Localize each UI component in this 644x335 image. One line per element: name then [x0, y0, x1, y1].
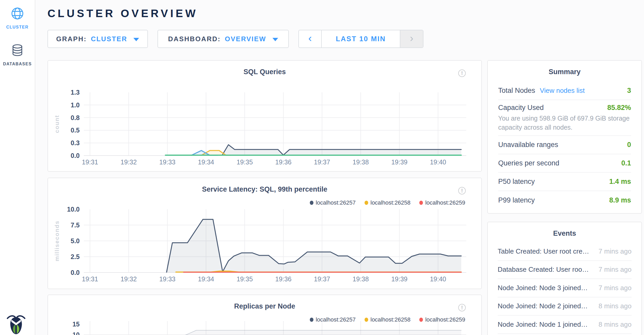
event-text: Table Created: User root cre… — [498, 247, 589, 255]
legend-label: localhost:26258 — [371, 316, 410, 323]
summary-row: Unavailable ranges0 — [498, 136, 631, 154]
time-range-next-button[interactable]: › — [400, 30, 423, 47]
info-icon[interactable]: ! — [458, 187, 466, 194]
sidebar-item-databases[interactable]: DATABASES — [0, 44, 35, 66]
summary-row-label: Unavailable ranges — [498, 141, 558, 149]
legend-label: localhost:26257 — [316, 316, 356, 323]
cockroachdb-logo-icon — [6, 313, 26, 335]
sql-queries-line-chart: 19:3119:3219:3319:3419:3519:3619:3719:38… — [48, 61, 481, 171]
svg-text:10: 10 — [72, 331, 80, 335]
svg-text:19:39: 19:39 — [391, 275, 408, 283]
svg-text:19:37: 19:37 — [314, 275, 330, 283]
summary-row-subtext: You are using 598.9 GiB of 697.9 GiB sto… — [498, 114, 631, 132]
event-text: Node Joined: Node 1 joined… — [498, 320, 588, 329]
database-icon — [11, 44, 24, 58]
event-text: Database Created: User roo… — [498, 266, 589, 274]
dashboard-dropdown[interactable]: DASHBOARD: OVERVIEW — [157, 30, 289, 48]
chart-card-service-latency: 19:3119:3219:3319:3419:3519:3619:3719:38… — [47, 178, 482, 289]
graph-dropdown-value: CLUSTER — [91, 35, 127, 43]
summary-row-label: P50 latency — [498, 178, 535, 186]
summary-row: Total NodesView nodes list3 — [498, 82, 631, 100]
svg-text:0.3: 0.3 — [71, 139, 80, 146]
summary-panel: Summary Total NodesView nodes list3Capac… — [487, 60, 642, 214]
summary-row: Capacity Used85.82%You are using 598.9 G… — [498, 100, 631, 136]
legend-label: localhost:26259 — [425, 199, 465, 206]
svg-text:19:36: 19:36 — [275, 158, 292, 166]
chart-title: Service Latency: SQL, 99th percentile — [48, 185, 481, 193]
summary-row: P99 latency8.9 ms — [498, 191, 631, 210]
event-time: 7 mins ago — [599, 247, 632, 255]
summary-row-value: 0 — [627, 141, 631, 149]
svg-text:19:31: 19:31 — [82, 158, 98, 166]
event-row: Node Joined: Node 1 joined…8 mins ago — [498, 316, 632, 334]
summary-row-value: 3 — [627, 87, 631, 95]
summary-row-value: 8.9 ms — [609, 196, 631, 204]
summary-row: Queries per second0.1 — [498, 154, 631, 173]
svg-text:19:40: 19:40 — [430, 158, 446, 166]
svg-text:0.0: 0.0 — [71, 152, 80, 159]
event-time: 8 mins ago — [599, 302, 632, 310]
legend-dot-icon — [310, 318, 313, 322]
summary-row-value: 85.82% — [607, 104, 631, 112]
event-row: Database Created: User roo…7 mins ago — [498, 261, 632, 279]
svg-text:0.5: 0.5 — [71, 127, 80, 134]
summary-row-label: Capacity Used — [498, 104, 544, 112]
legend-dot-icon — [419, 201, 423, 205]
chart-legend: localhost:26257localhost:26258localhost:… — [310, 316, 465, 323]
legend-label: localhost:26258 — [371, 199, 410, 206]
event-text: Node Joined: Node 2 joined… — [498, 302, 588, 310]
sidebar-item-cluster[interactable]: CLUSTER — [0, 7, 35, 30]
summary-row-value: 1.4 ms — [609, 178, 631, 186]
svg-text:19:32: 19:32 — [121, 158, 137, 166]
summary-row-value: 0.1 — [621, 159, 631, 167]
legend-dot-icon — [365, 318, 368, 322]
svg-text:1.3: 1.3 — [71, 89, 80, 96]
legend-label: localhost:26259 — [425, 316, 465, 323]
svg-text:19:40: 19:40 — [430, 275, 446, 283]
legend-dot-icon — [310, 201, 313, 205]
sidebar: CLUSTER DATABASES — [0, 0, 35, 335]
event-row: Table Created: User root cre…7 mins ago — [498, 242, 632, 261]
summary-row-label: P99 latency — [498, 196, 535, 204]
svg-text:19:32: 19:32 — [121, 275, 137, 283]
svg-text:10.0: 10.0 — [67, 206, 80, 213]
chart-legend: localhost:26257localhost:26258localhost:… — [310, 199, 465, 206]
graph-dropdown[interactable]: GRAPH: CLUSTER — [47, 30, 148, 48]
time-range-value[interactable]: LAST 10 MIN — [322, 30, 400, 47]
sidebar-item-label: DATABASES — [3, 62, 32, 66]
legend-dot-icon — [365, 201, 368, 205]
svg-text:19:35: 19:35 — [237, 158, 253, 166]
event-text: Node Joined: Node 3 joined… — [498, 284, 588, 292]
svg-text:count: count — [54, 115, 60, 133]
svg-text:7.5: 7.5 — [71, 221, 80, 229]
event-row: Node Joined: Node 2 joined…8 mins ago — [498, 297, 632, 316]
globe-icon — [11, 7, 24, 21]
legend-item: localhost:26258 — [365, 199, 410, 206]
svg-text:19:38: 19:38 — [353, 275, 369, 283]
chevron-down-icon — [272, 38, 278, 41]
view-nodes-link[interactable]: View nodes list — [540, 87, 585, 95]
info-icon[interactable]: ! — [458, 304, 466, 311]
summary-row: P50 latency1.4 ms — [498, 173, 631, 191]
sidebar-item-label: CLUSTER — [6, 25, 29, 30]
event-time: 7 mins ago — [599, 266, 632, 274]
time-range-selector: ‹ LAST 10 MIN › — [298, 30, 423, 48]
event-time: 8 mins ago — [599, 320, 632, 329]
summary-row-label: Queries per second — [498, 159, 559, 167]
time-range-prev-button[interactable]: ‹ — [299, 30, 322, 47]
controls-bar: GRAPH: CLUSTER DASHBOARD: OVERVIEW ‹ LAS… — [47, 30, 423, 48]
service-latency-line-chart: 19:3119:3219:3319:3419:3519:3619:3719:38… — [48, 178, 481, 289]
event-time: 7 mins ago — [599, 284, 632, 292]
cluster-overview-page: CLUSTER DATABASES — [0, 0, 644, 335]
svg-text:15: 15 — [72, 320, 80, 328]
graph-dropdown-label: GRAPH: — [56, 35, 87, 43]
page-title: CLUSTER OVERVIEW — [47, 7, 198, 20]
summary-row-label: Total Nodes — [498, 87, 535, 95]
svg-text:19:33: 19:33 — [159, 158, 176, 166]
dashboard-dropdown-label: DASHBOARD: — [168, 35, 221, 43]
svg-text:19:37: 19:37 — [314, 158, 330, 166]
events-title: Events — [488, 229, 641, 238]
legend-item: localhost:26259 — [419, 316, 465, 323]
svg-text:5.0: 5.0 — [71, 237, 80, 245]
info-icon[interactable]: ! — [458, 69, 466, 77]
